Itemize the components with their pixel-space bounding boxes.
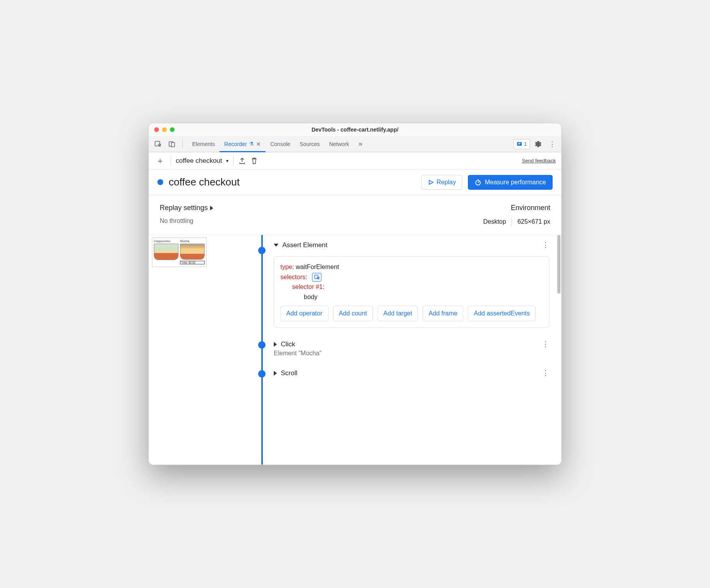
key-selectors: selectors <box>280 274 305 280</box>
step-menu-icon[interactable]: ⋮ <box>542 241 549 249</box>
mug-label: Cappuccino <box>154 239 178 243</box>
expand-arrow-icon <box>210 206 213 210</box>
tab-network[interactable]: Network <box>325 136 354 152</box>
window-controls <box>154 127 175 132</box>
step-title: Assert Element <box>282 241 327 249</box>
step-header[interactable]: Assert Element <box>274 241 549 249</box>
step-scroll: ⋮ Scroll <box>252 363 549 377</box>
recorder-content: Cappuccino Mocha Total: $0.00 ⋮ <box>149 235 561 465</box>
separator <box>512 217 512 226</box>
send-feedback-link[interactable]: Send feedback <box>522 158 556 164</box>
flask-icon: ⚗ <box>249 141 254 147</box>
expand-arrow-icon <box>274 371 277 376</box>
recorder-toolbar: ＋ coffee checkout ▾ Send feedback <box>149 152 561 169</box>
kebab-menu-icon[interactable]: ⋮ <box>546 138 558 150</box>
replay-settings[interactable]: Replay settings No throttling <box>160 204 213 225</box>
panel-tabs: Elements Recorder ⚗ ✕ Console Sources Ne… <box>187 136 367 152</box>
collapse-arrow-icon <box>274 244 278 247</box>
step-title: Click <box>281 340 295 348</box>
add-count-button[interactable]: Add count <box>333 306 373 321</box>
recording-header: coffee checkout Replay Measure performan… <box>149 169 561 195</box>
replay-button[interactable]: Replay <box>421 175 463 190</box>
step-header[interactable]: Click <box>274 340 549 348</box>
add-property-row: Add operator Add count Add target Add fr… <box>280 306 543 321</box>
add-target-button[interactable]: Add target <box>378 306 418 321</box>
timeline-node <box>258 341 266 349</box>
chevron-down-icon: ▾ <box>226 158 228 164</box>
viewport-value: 625×671 px <box>517 218 550 225</box>
screenshot-strip: Cappuccino Mocha Total: $0.00 <box>149 235 209 465</box>
status-dot-icon <box>157 179 163 185</box>
step-assert-element: ⋮ Assert Element type: waitForElement se… <box>252 235 549 334</box>
measure-performance-button[interactable]: Measure performance <box>468 175 553 190</box>
step-click: ⋮ Click Element "Mocha" <box>252 334 549 363</box>
step-subtitle: Element "Mocha" <box>274 350 549 357</box>
tab-label: Elements <box>192 141 215 147</box>
settings-row: Replay settings No throttling Environmen… <box>149 195 561 235</box>
replay-settings-label: Replay settings <box>160 204 208 212</box>
environment-label: Environment <box>511 204 550 212</box>
export-icon[interactable] <box>238 157 246 165</box>
tab-label: Sources <box>300 141 319 147</box>
environment-info: Environment Desktop 625×671 px <box>483 204 550 226</box>
window-title: DevTools - coffee-cart.netlify.app/ <box>312 127 399 133</box>
minimize-window-button[interactable] <box>162 127 167 132</box>
screenshot-thumbnail[interactable]: Cappuccino Mocha Total: $0.00 <box>152 237 207 267</box>
step-menu-icon[interactable]: ⋮ <box>542 369 549 377</box>
issues-count: 1 <box>524 141 527 147</box>
issues-chip[interactable]: 1 <box>514 139 530 149</box>
add-frame-button[interactable]: Add frame <box>423 306 463 321</box>
step-title: Scroll <box>281 369 298 377</box>
add-operator-button[interactable]: Add operator <box>280 306 328 321</box>
devtools-window: DevTools - coffee-cart.netlify.app/ Elem… <box>148 123 562 465</box>
tab-recorder[interactable]: Recorder ⚗ ✕ <box>219 136 266 152</box>
tabs-overflow-button[interactable]: » <box>354 136 367 152</box>
key-selector-1: selector #1 <box>292 283 323 290</box>
step-menu-icon[interactable]: ⋮ <box>542 340 549 348</box>
separator <box>171 156 171 166</box>
add-assertedevents-button[interactable]: Add assertedEvents <box>468 306 535 321</box>
inspect-element-icon[interactable] <box>152 138 164 150</box>
tab-elements[interactable]: Elements <box>187 136 219 152</box>
timeline-node <box>258 370 266 378</box>
timeline-node <box>258 247 266 254</box>
val-selector-1: body <box>304 294 318 300</box>
step-details-panel: type: waitForElement selectors: selector… <box>274 256 549 328</box>
val-type: waitForElement <box>296 264 339 270</box>
replay-label: Replay <box>437 179 456 186</box>
separator <box>233 156 234 166</box>
devtools-tabbar: Elements Recorder ⚗ ✕ Console Sources Ne… <box>149 136 561 152</box>
step-header[interactable]: Scroll <box>274 369 549 377</box>
device-value: Desktop <box>483 218 506 225</box>
key-type: type <box>280 264 292 270</box>
close-tab-icon[interactable]: ✕ <box>256 141 261 147</box>
measure-label: Measure performance <box>485 179 546 186</box>
recording-name: coffee checkout <box>176 157 222 165</box>
element-picker-icon[interactable] <box>312 273 321 282</box>
expand-arrow-icon <box>274 342 277 347</box>
svg-rect-2 <box>171 143 175 147</box>
close-window-button[interactable] <box>154 127 159 132</box>
new-recording-button[interactable]: ＋ <box>154 155 166 167</box>
tab-sources[interactable]: Sources <box>295 136 324 152</box>
titlebar: DevTools - coffee-cart.netlify.app/ <box>149 123 561 136</box>
steps-timeline: ⋮ Assert Element type: waitForElement se… <box>209 235 561 465</box>
tab-label: Recorder <box>224 141 247 147</box>
recording-select[interactable]: coffee checkout ▾ <box>176 157 228 165</box>
delete-icon[interactable] <box>251 157 258 165</box>
tab-label: Network <box>329 141 349 147</box>
recording-title: coffee checkout <box>169 176 416 188</box>
device-toolbar-icon[interactable] <box>166 138 178 150</box>
maximize-window-button[interactable] <box>170 127 175 132</box>
mug-label: Mocha <box>180 239 205 243</box>
throttling-value: No throttling <box>160 217 213 225</box>
separator <box>182 139 183 149</box>
tab-console[interactable]: Console <box>266 136 295 152</box>
thumb-total: Total: $0.00 <box>180 261 205 264</box>
tab-label: Console <box>270 141 290 147</box>
settings-gear-icon[interactable] <box>532 138 544 150</box>
